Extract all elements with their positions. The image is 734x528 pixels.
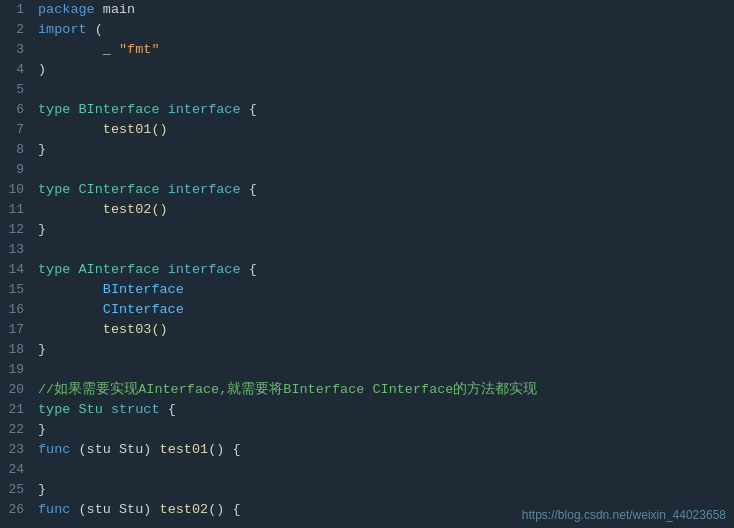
code-line: 5 xyxy=(0,80,734,100)
line-number: 7 xyxy=(0,120,32,140)
line-number: 22 xyxy=(0,420,32,440)
line-number: 16 xyxy=(0,300,32,320)
code-line: 17 test03() xyxy=(0,320,734,340)
line-number: 5 xyxy=(0,80,32,100)
line-number: 8 xyxy=(0,140,32,160)
line-number: 10 xyxy=(0,180,32,200)
line-content: test01() xyxy=(32,120,734,140)
code-line: 25} xyxy=(0,480,734,500)
line-number: 18 xyxy=(0,340,32,360)
code-line: 9 xyxy=(0,160,734,180)
line-content: } xyxy=(32,340,734,360)
line-content: package main xyxy=(32,0,734,20)
code-line: 21type Stu struct { xyxy=(0,400,734,420)
line-number: 21 xyxy=(0,400,32,420)
line-number: 6 xyxy=(0,100,32,120)
line-number: 2 xyxy=(0,20,32,40)
code-line: 18} xyxy=(0,340,734,360)
line-number: 12 xyxy=(0,220,32,240)
code-line: 16 CInterface xyxy=(0,300,734,320)
code-line: 19 xyxy=(0,360,734,380)
code-editor: 1package main2import (3 _ "fmt"4)56type … xyxy=(0,0,734,528)
code-line: 20//如果需要实现AInterface,就需要将BInterface CInt… xyxy=(0,380,734,400)
line-content: } xyxy=(32,220,734,240)
code-line: 4) xyxy=(0,60,734,80)
line-number: 17 xyxy=(0,320,32,340)
line-content: type Stu struct { xyxy=(32,400,734,420)
code-line: 14type AInterface interface { xyxy=(0,260,734,280)
line-number: 14 xyxy=(0,260,32,280)
code-line: 13 xyxy=(0,240,734,260)
code-line: 6type BInterface interface { xyxy=(0,100,734,120)
line-content: test02() xyxy=(32,200,734,220)
code-line: 1package main xyxy=(0,0,734,20)
line-content: type CInterface interface { xyxy=(32,180,734,200)
line-number: 23 xyxy=(0,440,32,460)
watermark: https://blog.csdn.net/weixin_44023658 xyxy=(522,508,726,522)
code-line: 10type CInterface interface { xyxy=(0,180,734,200)
line-number: 25 xyxy=(0,480,32,500)
line-content: type BInterface interface { xyxy=(32,100,734,120)
code-area: 1package main2import (3 _ "fmt"4)56type … xyxy=(0,0,734,528)
line-number: 13 xyxy=(0,240,32,260)
line-content: } xyxy=(32,140,734,160)
line-content: } xyxy=(32,480,734,500)
code-line: 15 BInterface xyxy=(0,280,734,300)
code-line: 24 xyxy=(0,460,734,480)
line-content: //如果需要实现AInterface,就需要将BInterface CInter… xyxy=(32,380,734,400)
line-number: 19 xyxy=(0,360,32,380)
line-content: import ( xyxy=(32,20,734,40)
line-number: 26 xyxy=(0,500,32,520)
line-number: 3 xyxy=(0,40,32,60)
line-number: 11 xyxy=(0,200,32,220)
line-content: BInterface xyxy=(32,280,734,300)
line-content: ) xyxy=(32,60,734,80)
code-line: 2import ( xyxy=(0,20,734,40)
code-line: 11 test02() xyxy=(0,200,734,220)
code-line: 3 _ "fmt" xyxy=(0,40,734,60)
line-number: 15 xyxy=(0,280,32,300)
line-content: func (stu Stu) test01() { xyxy=(32,440,734,460)
line-number: 4 xyxy=(0,60,32,80)
line-number: 20 xyxy=(0,380,32,400)
code-line: 12} xyxy=(0,220,734,240)
code-line: 23func (stu Stu) test01() { xyxy=(0,440,734,460)
line-content: type AInterface interface { xyxy=(32,260,734,280)
line-content: _ "fmt" xyxy=(32,40,734,60)
line-number: 1 xyxy=(0,0,32,20)
code-line: 8} xyxy=(0,140,734,160)
line-content: CInterface xyxy=(32,300,734,320)
line-content: } xyxy=(32,420,734,440)
code-line: 22} xyxy=(0,420,734,440)
code-line: 7 test01() xyxy=(0,120,734,140)
line-content: test03() xyxy=(32,320,734,340)
line-number: 24 xyxy=(0,460,32,480)
line-number: 9 xyxy=(0,160,32,180)
